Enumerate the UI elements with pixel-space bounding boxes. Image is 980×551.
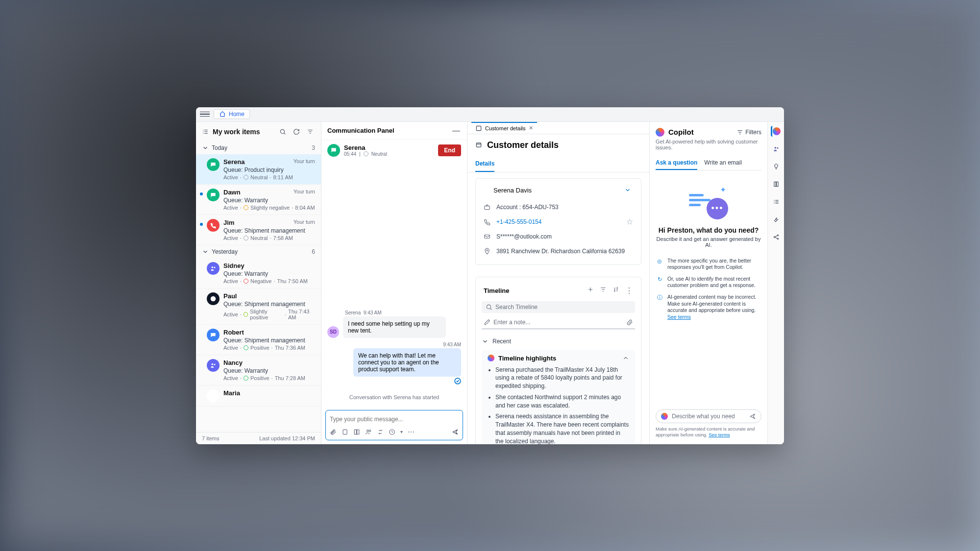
group-yesterday[interactable]: Yesterday 6 (196, 245, 321, 258)
subtab-details[interactable]: Details (475, 156, 494, 172)
minimize-button[interactable]: — (451, 126, 461, 136)
filter-button[interactable] (305, 127, 315, 137)
message-composer[interactable]: ▾ ⋯ (325, 410, 463, 440)
message-input[interactable] (330, 416, 459, 423)
work-item[interactable]: Sidney Queue: Warranty Active·Negative·T… (196, 258, 321, 288)
copilot-input-placeholder: Describe what you need (672, 413, 745, 420)
filter-icon[interactable] (600, 286, 607, 293)
timeline-search[interactable]: Search Timeline (482, 301, 635, 313)
item-avatar (207, 219, 220, 232)
kb-icon[interactable] (353, 429, 360, 435)
msg-time: 9:43 AM (353, 342, 461, 347)
chevron-down-icon[interactable] (624, 187, 631, 193)
communication-panel: Communication Panel — Serena 05:44 | Neu… (321, 122, 467, 444)
item-avatar (207, 158, 220, 171)
wrench-icon (773, 216, 780, 223)
rail-scripts[interactable] (771, 179, 782, 190)
search-icon (279, 128, 286, 135)
rail-teams[interactable] (771, 144, 782, 154)
customer-details-panel: Customer details ✕ Customer details Deta… (467, 122, 650, 444)
timeline-note-input[interactable]: Enter a note... (482, 316, 635, 329)
item-name: Dawn (223, 189, 241, 196)
refresh-button[interactable] (292, 127, 301, 137)
copilot-subtitle: Get AI-powered help with solving custome… (656, 139, 761, 150)
conversation-body[interactable]: Serena 9:43 AM SD I need some help setti… (321, 161, 467, 410)
item-turn: Your turn (294, 158, 315, 166)
tab-ask-question[interactable]: Ask a question (656, 156, 697, 170)
msg-time: 9:43 AM (364, 310, 382, 315)
more-icon[interactable]: ⋯ (408, 428, 415, 436)
rail-knowledge[interactable] (771, 161, 782, 172)
agent-icon[interactable] (365, 429, 372, 435)
form-icon (475, 142, 482, 148)
app-window: Home My work items Today 3 SerenaYo (196, 107, 784, 444)
svg-point-18 (487, 305, 490, 309)
tab-write-email[interactable]: Write an email (704, 156, 741, 170)
highlights-title: Timeline highlights (498, 355, 618, 362)
rail-tools[interactable] (771, 214, 782, 225)
send-icon[interactable] (452, 429, 459, 435)
conv-avatar (327, 144, 340, 157)
copilot-input[interactable]: Describe what you need (656, 409, 761, 423)
svg-rect-21 (774, 182, 776, 186)
sort-icon[interactable] (612, 286, 619, 293)
svg-point-1 (212, 266, 214, 268)
svg-point-23 (774, 236, 775, 237)
group-today[interactable]: Today 3 (196, 142, 321, 154)
tab-customer-details[interactable]: Customer details ✕ (471, 122, 537, 134)
item-name: Serena (223, 158, 245, 166)
work-items-panel: My work items Today 3 SerenaYour turn Qu… (196, 122, 321, 444)
item-turn: Your turn (294, 189, 315, 196)
work-item[interactable]: Robert Queue: Shipment management Active… (196, 325, 321, 355)
outgoing-message: We can help with that! Let me connect yo… (353, 348, 461, 377)
see-terms-link[interactable]: See terms (667, 314, 691, 320)
rail-copilot[interactable] (771, 126, 782, 137)
msg-avatar: SD (327, 326, 339, 338)
attach-icon[interactable] (626, 319, 633, 326)
work-item[interactable]: Paul Queue: Shipment management Active·S… (196, 288, 321, 325)
home-button[interactable]: Home (214, 109, 250, 119)
end-button[interactable]: End (438, 144, 461, 156)
conv-name: Serena (344, 144, 434, 151)
group-count: 6 (312, 248, 315, 255)
send-icon[interactable] (749, 413, 756, 420)
filters-button[interactable]: Filters (736, 129, 761, 136)
filter-icon (307, 128, 314, 135)
rail-list[interactable] (771, 196, 782, 207)
timeline-highlights: Timeline highlights Serena purchased the… (482, 350, 635, 444)
item-queue: Queue: Shipment management (223, 337, 315, 344)
rail-share[interactable] (771, 232, 782, 242)
copilot-greeting: Hi Preston, what do you need? (659, 226, 759, 234)
topbar: Home (196, 107, 784, 122)
star-icon[interactable] (626, 218, 633, 225)
note-icon[interactable] (342, 429, 348, 435)
chat-icon (330, 147, 337, 154)
work-item[interactable]: Nancy Queue: Warranty Active·Positive·Th… (196, 355, 321, 385)
copilot-desc: Describe it and get an answer generated … (656, 236, 761, 248)
work-item[interactable]: JimYour turn Queue: Shipment management … (196, 215, 321, 245)
transfer-icon[interactable] (377, 429, 384, 435)
work-item[interactable]: Maria (196, 385, 321, 407)
phone-value[interactable]: +1-425-555-0154 (496, 218, 620, 225)
attach-icon[interactable] (330, 429, 337, 435)
svg-point-10 (367, 430, 369, 431)
location-icon (484, 248, 490, 255)
more-icon[interactable]: ⋮ (625, 286, 633, 295)
hamburger-menu[interactable] (200, 109, 210, 119)
work-items-list[interactable]: Today 3 SerenaYour turn Queue: Product i… (196, 142, 321, 432)
see-terms-link[interactable]: See terms (709, 432, 730, 437)
add-icon[interactable] (587, 286, 594, 293)
unread-dot (200, 223, 203, 226)
work-item[interactable]: DawnYour turn Queue: Warranty Active·Sli… (196, 185, 321, 215)
recent-section[interactable]: Recent (482, 335, 635, 348)
quick-reply-icon[interactable] (389, 429, 395, 435)
work-items-footer: 7 items Last updated 12:34 PM (196, 432, 321, 444)
work-item[interactable]: SerenaYour turn Queue: Product inquiry A… (196, 154, 321, 185)
item-avatar (207, 359, 220, 372)
close-icon[interactable]: ✕ (529, 125, 533, 131)
incoming-message: I need some help setting up my new tent. (343, 316, 446, 338)
search-button[interactable] (278, 127, 288, 137)
phone-icon (484, 218, 490, 225)
chevron-up-icon[interactable] (622, 355, 629, 361)
item-avatar (207, 262, 220, 275)
